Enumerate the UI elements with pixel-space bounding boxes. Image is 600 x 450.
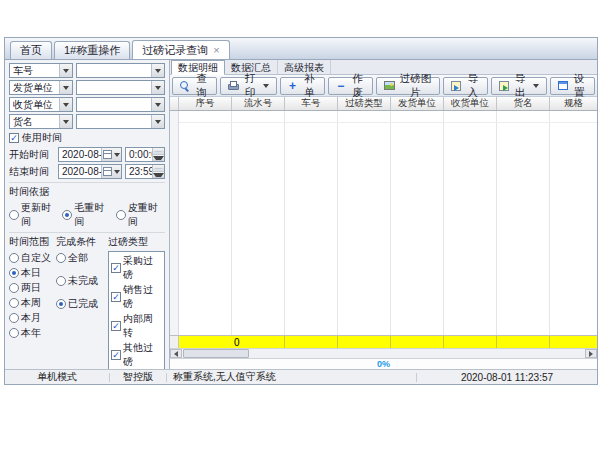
completion-option-unfinished[interactable]: 未完成 bbox=[56, 274, 108, 288]
weigh-type-other[interactable]: ✓其他过磅 bbox=[111, 341, 162, 369]
spinner-buttons[interactable] bbox=[152, 165, 164, 178]
radio-icon bbox=[56, 253, 66, 263]
end-time-label: 结束时间 bbox=[9, 165, 55, 179]
check-icon: ✓ bbox=[10, 133, 18, 142]
document-tabbar: 首页 1#称重操作 过磅记录查询 × bbox=[5, 38, 597, 60]
spin-up-icon[interactable] bbox=[153, 148, 164, 155]
vehicle-value-input[interactable] bbox=[76, 63, 165, 78]
use-time-checkbox[interactable]: ✓ bbox=[9, 133, 19, 143]
weigh-type-purchase[interactable]: ✓采购过磅 bbox=[111, 254, 162, 282]
range-completion-type-section: 时间范围 自定义 本日 两日 本周 本月 本年 完成条件 全部 未完成 已完成 bbox=[9, 235, 165, 369]
calendar-dropdown[interactable] bbox=[101, 165, 121, 178]
column-header-sender[interactable]: 发货单位 bbox=[391, 97, 444, 110]
end-time-spinner[interactable]: 23:59:59 bbox=[125, 164, 165, 179]
dropdown-arrow-icon[interactable] bbox=[59, 81, 72, 94]
spin-up-icon[interactable] bbox=[153, 165, 164, 172]
time-range-option-year[interactable]: 本年 bbox=[9, 326, 56, 340]
spin-down-icon[interactable] bbox=[153, 155, 164, 161]
sender-value-input[interactable] bbox=[76, 80, 165, 95]
radio-icon bbox=[9, 328, 19, 338]
horizontal-scrollbar[interactable] bbox=[170, 348, 597, 358]
receiver-value-input[interactable] bbox=[76, 97, 165, 112]
spin-down-icon[interactable] bbox=[153, 172, 164, 178]
radio-icon bbox=[9, 313, 19, 323]
weigh-photo-button[interactable]: 过磅图片 bbox=[376, 77, 440, 95]
radio-icon bbox=[9, 268, 19, 278]
column-header-seq[interactable]: 序号 bbox=[179, 97, 232, 110]
time-range-option-week[interactable]: 本周 bbox=[9, 296, 56, 310]
column-header-spec[interactable]: 规格 bbox=[550, 97, 597, 110]
scroll-right-icon[interactable] bbox=[585, 349, 597, 358]
export-button[interactable]: 导出 bbox=[491, 77, 546, 95]
supplement-order-button[interactable]: + 补单 bbox=[280, 77, 325, 95]
plus-icon: + bbox=[288, 80, 298, 92]
grid-body[interactable] bbox=[170, 111, 597, 335]
goods-field-select[interactable]: 货名 bbox=[9, 114, 73, 129]
time-basis-options: 更新时间 毛重时间 皮重时间 bbox=[9, 201, 165, 229]
tab-home[interactable]: 首页 bbox=[10, 41, 52, 59]
scrollbar-thumb[interactable] bbox=[183, 349, 249, 358]
weigh-type-group: 过磅类型 ✓采购过磅 ✓销售过磅 ✓内部周转 ✓其他过磅 bbox=[108, 235, 165, 369]
import-button[interactable]: 导入 bbox=[443, 77, 488, 95]
completion-option-all[interactable]: 全部 bbox=[56, 251, 108, 265]
column-header-weigh-type[interactable]: 过磅类型 bbox=[338, 97, 391, 110]
calendar-dropdown[interactable] bbox=[101, 148, 121, 161]
column-header-vehicle[interactable]: 车号 bbox=[285, 97, 338, 110]
scroll-left-icon[interactable] bbox=[170, 349, 182, 358]
row-indicator-column bbox=[170, 111, 179, 335]
end-date-picker[interactable]: 2020-08-01 bbox=[58, 164, 122, 179]
query-button[interactable]: 查询 bbox=[172, 77, 217, 95]
export-icon bbox=[499, 81, 509, 91]
time-range-option-today[interactable]: 本日 bbox=[9, 266, 56, 280]
void-button[interactable]: − 作废 bbox=[328, 77, 373, 95]
spinner-buttons[interactable] bbox=[152, 148, 164, 161]
start-date-picker[interactable]: 2020-08-01 bbox=[58, 147, 122, 162]
time-basis-option-update[interactable]: 更新时间 bbox=[9, 201, 58, 229]
minus-icon: − bbox=[336, 80, 346, 92]
receiver-field-label: 收货单位 bbox=[13, 98, 53, 112]
dropdown-arrow-icon[interactable] bbox=[59, 98, 72, 111]
summary-record-count: 0 bbox=[179, 336, 285, 348]
time-range-option-twodays[interactable]: 两日 bbox=[9, 281, 56, 295]
dropdown-arrow-icon[interactable] bbox=[59, 64, 72, 77]
statusbar-edition: 智控版 bbox=[110, 370, 166, 384]
start-time-spinner[interactable]: 0:00:00 bbox=[125, 147, 165, 162]
goods-value-input[interactable] bbox=[76, 114, 165, 129]
settings-button[interactable]: 设置 bbox=[550, 77, 595, 95]
column-header-receiver[interactable]: 收货单位 bbox=[444, 97, 497, 110]
vehicle-field-select[interactable]: 车号 bbox=[9, 63, 73, 78]
dropdown-arrow-icon[interactable] bbox=[151, 81, 164, 94]
dropdown-arrow-icon[interactable] bbox=[151, 64, 164, 77]
column-header-serial[interactable]: 流水号 bbox=[232, 97, 285, 110]
time-basis-option-gross[interactable]: 毛重时间 bbox=[62, 201, 111, 229]
tab-weigh-operation[interactable]: 1#称重操作 bbox=[54, 41, 130, 59]
start-time-row: 开始时间 2020-08-01 0:00:00 bbox=[9, 147, 165, 162]
dropdown-arrow-icon[interactable] bbox=[151, 98, 164, 111]
summary-row: 0 bbox=[170, 335, 597, 348]
tab-weigh-record-query[interactable]: 过磅记录查询 × bbox=[132, 40, 229, 59]
import-icon bbox=[451, 81, 461, 91]
weigh-type-sale[interactable]: ✓销售过磅 bbox=[111, 283, 162, 311]
weigh-type-internal[interactable]: ✓内部周转 bbox=[111, 312, 162, 340]
radio-icon bbox=[56, 276, 66, 286]
vehicle-field-label: 车号 bbox=[13, 64, 33, 78]
checkbox-icon: ✓ bbox=[111, 321, 121, 331]
print-button[interactable]: 打印 bbox=[220, 77, 276, 95]
receiver-field-select[interactable]: 收货单位 bbox=[9, 97, 73, 112]
close-icon[interactable]: × bbox=[213, 45, 219, 56]
column-header-goods[interactable]: 货名 bbox=[497, 97, 550, 110]
dropdown-arrow-icon[interactable] bbox=[59, 115, 72, 128]
divider bbox=[9, 232, 165, 233]
time-basis-option-tare[interactable]: 皮重时间 bbox=[116, 201, 165, 229]
statusbar-system-name: 称重系统,无人值守系统 bbox=[167, 370, 416, 384]
sender-field-select[interactable]: 发货单位 bbox=[9, 80, 73, 95]
use-time-row[interactable]: ✓ 使用时间 bbox=[9, 131, 165, 145]
statusbar: 单机模式 智控版 称重系统,无人值守系统 2020-08-01 11:23:57 bbox=[5, 369, 597, 384]
time-range-option-custom[interactable]: 自定义 bbox=[9, 251, 56, 265]
time-range-option-month[interactable]: 本月 bbox=[9, 311, 56, 325]
completion-option-finished[interactable]: 已完成 bbox=[56, 297, 108, 311]
data-view-tabs: 数据明细 数据汇总 高级报表 bbox=[170, 60, 597, 75]
row-indicator-header bbox=[170, 97, 179, 110]
radio-icon bbox=[116, 210, 126, 220]
dropdown-arrow-icon[interactable] bbox=[151, 115, 164, 128]
